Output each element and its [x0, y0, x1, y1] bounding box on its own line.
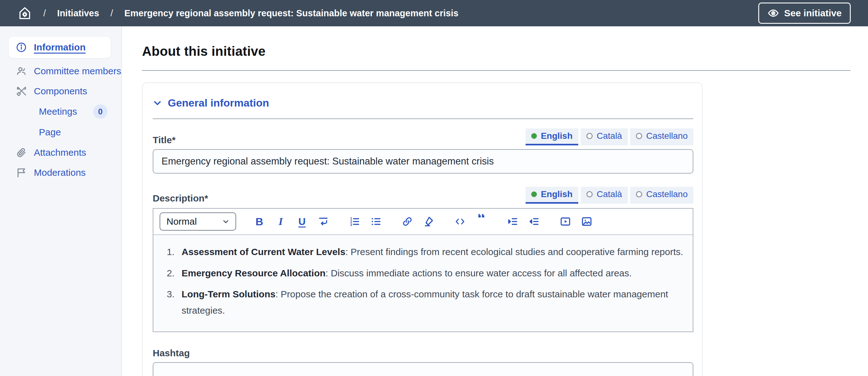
translated-dot-icon: [531, 133, 537, 139]
section-title: General information: [168, 97, 269, 109]
indent-decrease-icon[interactable]: [527, 214, 541, 229]
paragraph-style-value: Normal: [166, 216, 197, 227]
lang-tab-label: Castellano: [646, 131, 688, 141]
list-item-bold: Long-Term Solutions: [182, 289, 275, 299]
image-icon[interactable]: [580, 214, 594, 229]
lang-tab-label: English: [541, 189, 572, 199]
untranslated-circle-icon: [586, 133, 593, 139]
description-field-label: Description*: [153, 193, 208, 204]
untranslated-circle-icon: [636, 133, 642, 139]
title-field-label: Title*: [153, 135, 176, 145]
meetings-count-badge: 0: [93, 104, 107, 119]
clear-format-icon[interactable]: [422, 214, 436, 229]
untranslated-circle-icon: [636, 191, 642, 197]
breadcrumb-current-initiative: Emergency regional assembly request: Sus…: [124, 8, 458, 19]
lang-tab-label: Castellano: [646, 189, 688, 199]
breadcrumb-separator: /: [43, 8, 46, 19]
section-divider: [153, 118, 693, 119]
breadcrumb-separator: /: [111, 8, 113, 19]
list-item-bold: Emergency Resource Allocation: [182, 268, 326, 278]
sidebar-item-attachments[interactable]: Attachments: [0, 143, 121, 163]
main-content: About this initiative General informatio…: [122, 26, 868, 376]
blockquote-icon[interactable]: “: [474, 214, 488, 222]
editor-list-item: Assessment of Current Water Levels: Pres…: [177, 244, 683, 260]
lang-tab-castellano[interactable]: Castellano: [630, 129, 693, 145]
sidebar-item-page[interactable]: Page: [0, 122, 121, 143]
paragraph-style-select[interactable]: Normal: [160, 212, 236, 231]
code-icon[interactable]: [453, 214, 467, 229]
title-input[interactable]: [153, 149, 693, 174]
list-item-text: : Present findings from recent ecologica…: [345, 247, 683, 257]
title-divider: [142, 70, 850, 71]
general-information-toggle[interactable]: General information: [153, 97, 693, 109]
lang-tab-label: Català: [597, 131, 622, 141]
description-language-tabs: English Català Castellano: [526, 187, 693, 204]
sidebar-item-committee-members[interactable]: Committee members: [0, 61, 121, 81]
admin-topbar: / Initiatives / Emergency regional assem…: [0, 0, 868, 26]
editor-list-item: Long-Term Solutions: Propose the creatio…: [177, 286, 683, 318]
link-icon[interactable]: [400, 214, 414, 229]
ordered-list-icon[interactable]: 1 2 3: [348, 214, 362, 229]
sidebar-item-label: Meetings: [39, 106, 77, 117]
chevron-down-icon: [222, 217, 230, 226]
sidebar-item-label: Attachments: [34, 147, 86, 158]
hashtag-input[interactable]: [153, 362, 693, 376]
see-initiative-button[interactable]: See initiative: [758, 2, 851, 24]
lang-tab-english[interactable]: English: [526, 129, 578, 145]
lang-tab-catala[interactable]: Català: [581, 129, 628, 145]
underline-icon[interactable]: U: [295, 214, 309, 229]
hashtag-field-label: Hashtag: [153, 348, 190, 358]
editor-content-area[interactable]: Assessment of Current Water Levels: Pres…: [153, 235, 693, 332]
title-language-tabs: English Català Castellano: [526, 129, 693, 145]
tools-icon: [16, 86, 27, 97]
lang-tab-catala[interactable]: Català: [581, 187, 628, 204]
sidebar-item-information[interactable]: Information: [9, 37, 111, 58]
sidebar-item-label: Committee members: [34, 66, 121, 76]
description-rich-text-editor: Normal B I U: [153, 208, 693, 332]
sidebar-item-label: Page: [39, 127, 61, 138]
untranslated-circle-icon: [586, 191, 593, 197]
sidebar-item-label: Components: [34, 86, 87, 97]
general-information-card: General information Title* English Catal…: [142, 82, 703, 376]
bullet-list-icon[interactable]: [369, 214, 383, 229]
translated-dot-icon: [531, 192, 537, 197]
info-icon: [16, 42, 27, 53]
lang-tab-label: English: [541, 131, 572, 141]
breadcrumb-initiatives[interactable]: Initiatives: [57, 8, 99, 19]
see-initiative-label: See initiative: [784, 8, 842, 19]
video-embed-icon[interactable]: [558, 214, 572, 229]
sidebar-item-meetings[interactable]: Meetings 0: [0, 101, 121, 122]
eye-icon: [767, 7, 779, 19]
list-item-text: : Discuss immediate actions to ensure wa…: [326, 268, 632, 278]
sidebar-item-label: Moderations: [34, 167, 86, 178]
users-icon: [16, 66, 27, 77]
chevron-down-icon: [153, 98, 162, 108]
sidebar-item-moderations[interactable]: Moderations: [0, 163, 121, 183]
lang-tab-label: Català: [597, 189, 622, 199]
sidebar-item-label: Information: [34, 42, 86, 53]
admin-sidebar: Information Committee members Components: [0, 26, 122, 376]
editor-toolbar: Normal B I U: [153, 209, 693, 235]
italic-icon[interactable]: I: [274, 214, 287, 229]
page-title: About this initiative: [142, 44, 850, 59]
editor-list-item: Emergency Resource Allocation: Discuss i…: [177, 265, 683, 281]
line-break-icon[interactable]: [316, 214, 330, 229]
indent-increase-icon[interactable]: [506, 214, 520, 229]
sidebar-item-components[interactable]: Components: [0, 81, 121, 101]
home-gear-icon[interactable]: [18, 6, 32, 21]
svg-text:3: 3: [350, 223, 352, 227]
bold-icon[interactable]: B: [252, 214, 266, 229]
list-item-bold: Assessment of Current Water Levels: [182, 247, 345, 257]
lang-tab-english[interactable]: English: [526, 187, 578, 204]
paperclip-icon: [16, 147, 27, 158]
lang-tab-castellano[interactable]: Castellano: [630, 187, 693, 204]
flag-icon: [16, 167, 27, 178]
